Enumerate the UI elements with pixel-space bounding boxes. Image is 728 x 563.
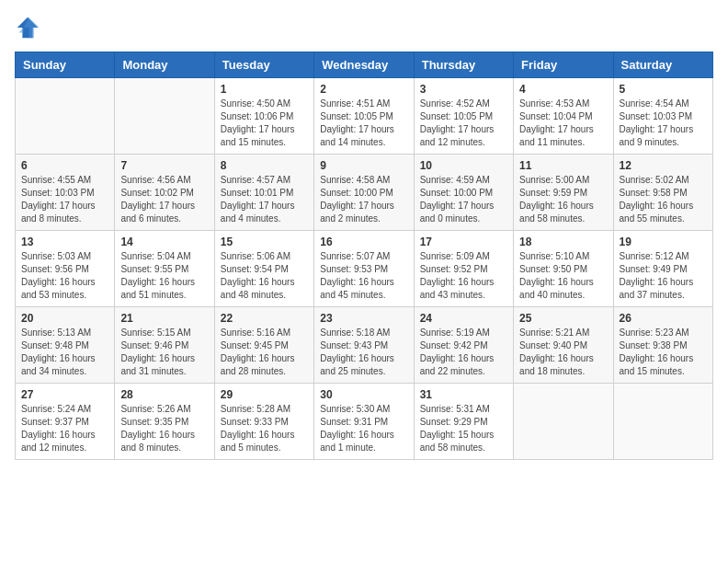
day-info: Sunrise: 5:15 AM Sunset: 9:46 PM Dayligh… [120, 327, 208, 378]
day-info: Sunrise: 5:26 AM Sunset: 9:35 PM Dayligh… [120, 403, 208, 454]
day-number: 17 [420, 236, 507, 248]
day-of-week-header: Tuesday [214, 52, 313, 78]
day-info: Sunrise: 5:13 AM Sunset: 9:48 PM Dayligh… [21, 327, 108, 378]
day-of-week-header: Thursday [414, 52, 513, 78]
day-number: 4 [519, 83, 607, 96]
calendar-day-cell: 3Sunrise: 4:52 AM Sunset: 10:05 PM Dayli… [414, 78, 513, 155]
day-info: Sunrise: 5:06 AM Sunset: 9:54 PM Dayligh… [221, 250, 308, 302]
day-info: Sunrise: 4:57 AM Sunset: 10:01 PM Daylig… [221, 174, 308, 225]
day-number: 14 [120, 236, 208, 248]
day-number: 10 [420, 159, 507, 172]
calendar-day-cell: 9Sunrise: 4:58 AM Sunset: 10:00 PM Dayli… [314, 155, 414, 231]
day-number: 22 [221, 312, 308, 325]
day-number: 30 [320, 388, 407, 401]
day-number: 21 [120, 312, 208, 325]
day-number: 15 [221, 236, 308, 248]
calendar-day-cell: 27Sunrise: 5:24 AM Sunset: 9:37 PM Dayli… [16, 384, 115, 460]
calendar-day-cell: 21Sunrise: 5:15 AM Sunset: 9:46 PM Dayli… [115, 307, 214, 384]
day-info: Sunrise: 4:59 AM Sunset: 10:00 PM Daylig… [420, 174, 507, 225]
calendar-day-cell: 1Sunrise: 4:50 AM Sunset: 10:06 PM Dayli… [214, 78, 313, 155]
day-of-week-header: Monday [115, 52, 214, 78]
calendar-day-cell: 29Sunrise: 5:28 AM Sunset: 9:33 PM Dayli… [214, 384, 313, 460]
day-number: 6 [21, 159, 108, 172]
calendar-day-cell: 15Sunrise: 5:06 AM Sunset: 9:54 PM Dayli… [214, 231, 313, 307]
day-info: Sunrise: 5:02 AM Sunset: 9:58 PM Dayligh… [620, 174, 707, 225]
day-number: 1 [221, 83, 308, 96]
calendar-week-row: 13Sunrise: 5:03 AM Sunset: 9:56 PM Dayli… [16, 231, 713, 307]
calendar-day-cell: 5Sunrise: 4:54 AM Sunset: 10:03 PM Dayli… [613, 78, 712, 155]
day-info: Sunrise: 5:07 AM Sunset: 9:53 PM Dayligh… [320, 250, 407, 302]
calendar-day-cell: 31Sunrise: 5:31 AM Sunset: 9:29 PM Dayli… [414, 384, 513, 460]
day-info: Sunrise: 5:30 AM Sunset: 9:31 PM Dayligh… [320, 403, 407, 454]
calendar-day-cell: 30Sunrise: 5:30 AM Sunset: 9:31 PM Dayli… [314, 384, 414, 460]
day-number: 29 [221, 388, 308, 401]
calendar-day-cell: 26Sunrise: 5:23 AM Sunset: 9:38 PM Dayli… [613, 307, 712, 384]
day-info: Sunrise: 5:09 AM Sunset: 9:52 PM Dayligh… [420, 250, 507, 302]
calendar-day-cell: 20Sunrise: 5:13 AM Sunset: 9:48 PM Dayli… [16, 307, 115, 384]
day-info: Sunrise: 5:16 AM Sunset: 9:45 PM Dayligh… [221, 327, 308, 378]
day-info: Sunrise: 4:58 AM Sunset: 10:00 PM Daylig… [320, 174, 407, 225]
page-header [15, 15, 713, 40]
calendar-day-cell: 24Sunrise: 5:19 AM Sunset: 9:42 PM Dayli… [414, 307, 513, 384]
calendar-day-cell [514, 384, 613, 460]
calendar-day-cell [16, 78, 115, 155]
day-number: 24 [420, 312, 507, 325]
day-number: 31 [420, 388, 507, 401]
day-of-week-header: Sunday [16, 52, 115, 78]
calendar: SundayMondayTuesdayWednesdayThursdayFrid… [15, 52, 713, 460]
logo [15, 15, 44, 40]
day-number: 8 [221, 159, 308, 172]
day-info: Sunrise: 4:55 AM Sunset: 10:03 PM Daylig… [21, 174, 108, 225]
day-number: 16 [320, 236, 407, 248]
day-info: Sunrise: 5:00 AM Sunset: 9:59 PM Dayligh… [519, 174, 607, 225]
day-number: 26 [620, 312, 707, 325]
day-info: Sunrise: 4:50 AM Sunset: 10:06 PM Daylig… [221, 98, 308, 149]
day-of-week-header: Wednesday [314, 52, 414, 78]
calendar-day-cell: 17Sunrise: 5:09 AM Sunset: 9:52 PM Dayli… [414, 231, 513, 307]
day-of-week-header: Friday [514, 52, 613, 78]
calendar-day-cell: 12Sunrise: 5:02 AM Sunset: 9:58 PM Dayli… [613, 155, 712, 231]
calendar-day-cell: 10Sunrise: 4:59 AM Sunset: 10:00 PM Dayl… [414, 155, 513, 231]
day-number: 7 [120, 159, 208, 172]
calendar-header-row: SundayMondayTuesdayWednesdayThursdayFrid… [16, 52, 713, 78]
logo-icon [15, 15, 40, 40]
calendar-day-cell: 4Sunrise: 4:53 AM Sunset: 10:04 PM Dayli… [514, 78, 613, 155]
calendar-day-cell: 13Sunrise: 5:03 AM Sunset: 9:56 PM Dayli… [16, 231, 115, 307]
day-number: 3 [420, 83, 507, 96]
day-number: 27 [21, 388, 108, 401]
day-number: 28 [120, 388, 208, 401]
calendar-week-row: 6Sunrise: 4:55 AM Sunset: 10:03 PM Dayli… [16, 155, 713, 231]
calendar-day-cell: 8Sunrise: 4:57 AM Sunset: 10:01 PM Dayli… [214, 155, 313, 231]
day-info: Sunrise: 4:54 AM Sunset: 10:03 PM Daylig… [620, 98, 707, 149]
day-number: 23 [320, 312, 407, 325]
day-info: Sunrise: 5:12 AM Sunset: 9:49 PM Dayligh… [620, 250, 707, 302]
calendar-week-row: 20Sunrise: 5:13 AM Sunset: 9:48 PM Dayli… [16, 307, 713, 384]
day-info: Sunrise: 5:23 AM Sunset: 9:38 PM Dayligh… [620, 327, 707, 378]
day-info: Sunrise: 5:03 AM Sunset: 9:56 PM Dayligh… [21, 250, 108, 302]
day-number: 25 [519, 312, 607, 325]
day-number: 18 [519, 236, 607, 248]
day-info: Sunrise: 5:24 AM Sunset: 9:37 PM Dayligh… [21, 403, 108, 454]
day-of-week-header: Saturday [613, 52, 712, 78]
calendar-day-cell: 2Sunrise: 4:51 AM Sunset: 10:05 PM Dayli… [314, 78, 414, 155]
day-number: 2 [320, 83, 407, 96]
day-info: Sunrise: 5:10 AM Sunset: 9:50 PM Dayligh… [519, 250, 607, 302]
calendar-day-cell: 7Sunrise: 4:56 AM Sunset: 10:02 PM Dayli… [115, 155, 214, 231]
day-info: Sunrise: 4:56 AM Sunset: 10:02 PM Daylig… [120, 174, 208, 225]
calendar-day-cell: 18Sunrise: 5:10 AM Sunset: 9:50 PM Dayli… [514, 231, 613, 307]
calendar-day-cell: 11Sunrise: 5:00 AM Sunset: 9:59 PM Dayli… [514, 155, 613, 231]
day-info: Sunrise: 4:51 AM Sunset: 10:05 PM Daylig… [320, 98, 407, 149]
day-number: 12 [620, 159, 707, 172]
day-number: 20 [21, 312, 108, 325]
calendar-day-cell: 19Sunrise: 5:12 AM Sunset: 9:49 PM Dayli… [613, 231, 712, 307]
calendar-week-row: 1Sunrise: 4:50 AM Sunset: 10:06 PM Dayli… [16, 78, 713, 155]
calendar-day-cell: 14Sunrise: 5:04 AM Sunset: 9:55 PM Dayli… [115, 231, 214, 307]
day-info: Sunrise: 5:04 AM Sunset: 9:55 PM Dayligh… [120, 250, 208, 302]
day-number: 13 [21, 236, 108, 248]
calendar-week-row: 27Sunrise: 5:24 AM Sunset: 9:37 PM Dayli… [16, 384, 713, 460]
day-info: Sunrise: 5:21 AM Sunset: 9:40 PM Dayligh… [519, 327, 607, 378]
day-info: Sunrise: 5:18 AM Sunset: 9:43 PM Dayligh… [320, 327, 407, 378]
day-info: Sunrise: 5:19 AM Sunset: 9:42 PM Dayligh… [420, 327, 507, 378]
day-number: 5 [620, 83, 707, 96]
day-info: Sunrise: 4:52 AM Sunset: 10:05 PM Daylig… [420, 98, 507, 149]
